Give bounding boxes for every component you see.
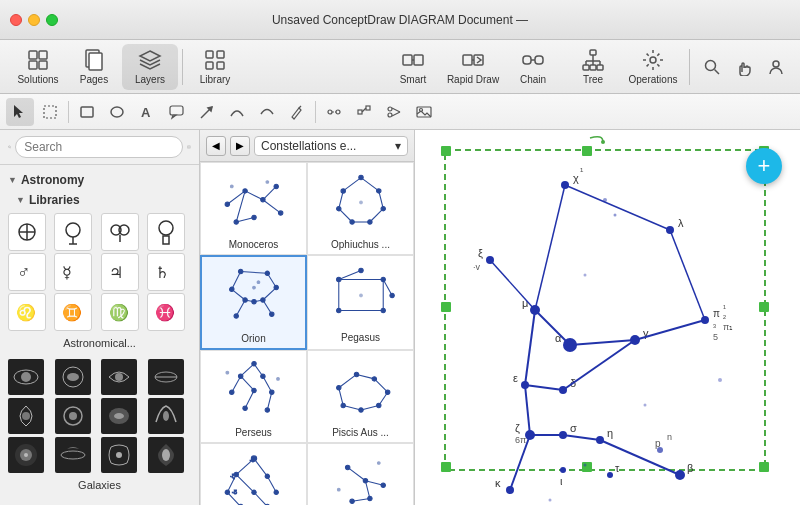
lib-cell-8[interactable]: ♄ [147,253,185,291]
svg-line-171 [240,376,253,390]
lib-cell-4[interactable] [147,213,185,251]
galaxy-12[interactable] [148,437,184,473]
arrow-tool[interactable] [193,98,221,126]
canvas[interactable]: + χ ¹ ξ ·v [415,130,800,505]
svg-point-89 [163,411,169,421]
marquee-tool[interactable] [36,98,64,126]
middle-cell-perseus[interactable]: Perseus [200,350,307,443]
edit-points-tool[interactable] [350,98,378,126]
svg-point-44 [336,110,340,114]
libraries-section[interactable]: ▼ Libraries [0,191,199,209]
main-toolbar: Solutions Pages Layers Library [0,40,800,94]
lib-cell-2[interactable] [54,213,92,251]
svg-line-135 [240,272,267,274]
lib-cell-5[interactable]: ♂ [8,253,46,291]
monoceros-label: Monoceros [229,239,278,250]
layers-button[interactable]: Layers [122,44,178,90]
arc-tool[interactable] [253,98,281,126]
galaxy-5[interactable] [8,398,44,434]
curve-tool[interactable] [223,98,251,126]
galaxy-7[interactable] [101,398,137,434]
rect-tool[interactable] [73,98,101,126]
rapid-draw-button[interactable]: Rapid Draw [445,44,501,90]
nav-forward-button[interactable]: ▶ [230,136,250,156]
svg-rect-22 [590,65,596,70]
smart-button[interactable]: Smart [385,44,441,90]
smart-label: Smart [400,74,427,85]
svg-point-93 [61,451,85,459]
svg-rect-10 [217,62,224,69]
svg-line-31 [715,69,720,74]
image-tool[interactable] [410,98,438,126]
svg-line-121 [378,191,382,209]
rapid-draw-label: Rapid Draw [447,74,499,85]
galaxy-2[interactable] [55,359,91,395]
select-tool[interactable] [6,98,34,126]
middle-cell-pyxis[interactable]: ·ζ Pyxis [307,443,414,505]
galaxy-4[interactable] [148,359,184,395]
divider2 [689,49,690,85]
galaxy-8[interactable] [148,398,184,434]
galaxy-10[interactable] [55,437,91,473]
lib-cell-12[interactable]: ♓ [147,293,185,331]
close-button[interactable] [10,14,22,26]
toolbar-search-button[interactable] [698,53,726,81]
middle-cell-ophiuchus[interactable]: Ophiuchus ... [307,162,414,255]
lib-cell-3[interactable] [101,213,139,251]
svg-line-104 [245,191,263,200]
toolbar-hand-button[interactable] [730,53,758,81]
library-button[interactable]: Library [187,44,243,90]
svg-line-189 [338,388,342,406]
pages-button[interactable]: Pages [66,44,122,90]
path-dropdown-icon: ▾ [395,139,401,153]
middle-cell-orion[interactable]: Orion [200,255,307,350]
galaxy-11[interactable] [101,437,137,473]
svg-line-214 [347,467,365,480]
galaxy-6[interactable] [55,398,91,434]
lib-cell-10[interactable]: ♊ [54,293,92,331]
chain-button[interactable]: Chain [505,44,561,90]
svg-rect-228 [582,462,592,472]
astronomy-section[interactable]: ▼ Astronomy [0,169,199,191]
search-input[interactable] [15,136,183,158]
svg-text:☿: ☿ [62,264,72,281]
svg-rect-227 [441,462,451,472]
connection-tool[interactable] [320,98,348,126]
sidebar-extra-icon[interactable] [187,139,191,155]
path-label[interactable]: Constellations e... ▾ [254,136,408,156]
middle-cell-pegasus[interactable]: Pegasus [307,255,414,350]
tree-button[interactable]: Tree [565,44,621,90]
nav-back-button[interactable]: ◀ [206,136,226,156]
galaxy-3[interactable] [101,359,137,395]
lib-cell-7[interactable]: ♃ [101,253,139,291]
add-fab-button[interactable]: + [746,148,782,184]
galaxy-9[interactable] [8,437,44,473]
svg-rect-20 [590,50,596,55]
text-tool[interactable]: A [133,98,161,126]
lib-cell-1[interactable] [8,213,46,251]
svg-line-202 [254,459,267,477]
svg-text:·δ: ·δ [231,488,237,495]
layers-label: Layers [135,74,165,85]
svg-point-263 [560,467,566,473]
maximize-button[interactable] [46,14,58,26]
minimize-button[interactable] [28,14,40,26]
chain-label: Chain [520,74,546,85]
toolbar-user-button[interactable] [762,53,790,81]
middle-cell-piscis[interactable]: Piscis Aus ... [307,350,414,443]
galaxy-1[interactable] [8,359,44,395]
middle-cell-puppis[interactable]: ·θ ·δ ·ζ ·α Puppis [200,443,307,505]
ellipse-tool[interactable] [103,98,131,126]
cut-tool[interactable] [380,98,408,126]
solutions-button[interactable]: Solutions [10,44,66,90]
svg-line-201 [236,459,254,475]
lib-cell-11[interactable]: ♍ [101,293,139,331]
lib-cell-9[interactable]: ♌ [8,293,46,331]
svg-text:♌: ♌ [16,303,36,322]
middle-cell-monoceros[interactable]: Monoceros [200,162,307,255]
pencil-tool[interactable] [283,98,311,126]
lib-cell-6[interactable]: ☿ [54,253,92,291]
operations-button[interactable]: Operations [625,44,681,90]
canvas-svg: χ ¹ ξ ·v λ μ α γ π ¹ ² ³ π₁ 5 [415,130,800,505]
callout-tool[interactable] [163,98,191,126]
